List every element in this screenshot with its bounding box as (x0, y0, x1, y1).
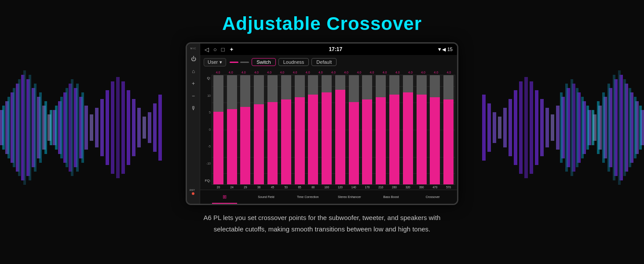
freq-val-11: 170 (361, 186, 374, 189)
bar-lower-15 (417, 95, 427, 184)
switch-indicator (230, 62, 249, 63)
square-icon[interactable]: □ (221, 46, 225, 53)
bar-lower-13 (389, 95, 399, 184)
bar-upper-16 (430, 75, 440, 97)
nav-item-timecorrection[interactable]: Time Correction (287, 190, 329, 204)
bar-8[interactable] (320, 75, 333, 184)
bar-11[interactable] (361, 75, 374, 184)
nav-item-soundfield[interactable]: Sound Field (245, 190, 287, 204)
q-value-9: 4.0 (327, 71, 340, 74)
preset-selector[interactable]: User ▾ (204, 58, 226, 66)
bar-upper-6 (295, 75, 305, 97)
preset-label: User (208, 59, 218, 65)
rst-label: RST (190, 189, 195, 191)
loudness-button[interactable]: Loudness (278, 58, 309, 66)
bar-upper-7 (308, 75, 318, 95)
q-value-2: 4.0 (237, 71, 250, 74)
q-value-11: 4.0 (353, 71, 366, 74)
q-value-16: 4.0 (417, 71, 430, 74)
side-panel: MIC ⏻ ⌂ + − 🎙 RST (187, 44, 200, 204)
mic-icon[interactable]: 🎙 (191, 105, 196, 111)
freq-val-3: 36 (252, 186, 266, 189)
bar-15[interactable] (415, 75, 428, 184)
home-icon[interactable]: ⌂ (192, 68, 195, 74)
bar-lower-14 (403, 92, 413, 184)
freq-val-6: 65 (293, 186, 307, 189)
freq-val-5: 53 (279, 186, 293, 189)
bar-10[interactable] (348, 75, 360, 184)
q-value-1: 4.0 (224, 71, 237, 74)
bar-12[interactable] (374, 75, 387, 184)
bar-lower-4 (267, 102, 278, 184)
bar-lower-12 (376, 97, 386, 184)
bar-lower-17 (443, 99, 454, 184)
default-button[interactable]: Default (311, 58, 337, 66)
nav-item-stereoenhancer[interactable]: Stereo Enhancer (329, 190, 370, 204)
bar-14[interactable] (402, 75, 414, 184)
device-frame: MIC ⏻ ⌂ + − 🎙 RST ◁ ○ □ ✦ (186, 42, 458, 205)
eq-main: 4.04.04.04.04.04.04.04.04.04.04.04.04.04… (212, 71, 455, 189)
bar-5[interactable] (280, 75, 293, 184)
q-value-8: 4.0 (314, 71, 327, 74)
bar-17[interactable] (442, 75, 455, 184)
q-value-0: 4.0 (212, 71, 224, 74)
crossover-label: Crossover (426, 195, 440, 198)
bar-13[interactable] (388, 75, 401, 184)
bar-upper-12 (376, 75, 386, 97)
bar-16[interactable] (429, 75, 442, 184)
freq-val-2: 29 (239, 186, 252, 189)
stereoenhancer-label: Stereo Enhancer (338, 195, 361, 198)
bar-lower-0 (213, 112, 223, 184)
freq-val-14: 320 (401, 186, 415, 189)
q-value-3: 4.0 (250, 71, 263, 74)
bar-upper-15 (417, 75, 427, 95)
eq-area: Q: 10 5 0 -5 -10 FQ: 4.04.04.04.04.04.04… (200, 69, 457, 190)
bar-upper-1 (227, 75, 237, 109)
bar-3[interactable] (252, 75, 265, 184)
signal-level: 15 (447, 47, 453, 52)
q-value-17: 4.0 (430, 71, 443, 74)
bar-upper-0 (213, 75, 223, 112)
minus-icon[interactable]: − (192, 93, 195, 99)
freq-val-1: 24 (225, 186, 239, 189)
dropdown-arrow: ▾ (220, 59, 222, 65)
status-time: 17:17 (329, 46, 342, 52)
bar-lower-9 (335, 90, 345, 184)
nav-item-crossover[interactable]: Crossover (412, 190, 454, 204)
nav-item-bassboost[interactable]: Bass Boost (370, 190, 412, 204)
q-value-15: 4.0 (404, 71, 417, 74)
bar-7[interactable] (307, 75, 319, 184)
bar-9[interactable] (334, 75, 347, 184)
timecorrection-label: Time Correction (297, 195, 319, 198)
rst-dot (192, 192, 194, 195)
bottom-nav: ⊞ Sound Field Time Correction Stereo Enh… (200, 190, 457, 204)
freq-val-13: 260 (388, 186, 401, 189)
bar-6[interactable] (293, 75, 306, 184)
circle-icon[interactable]: ○ (213, 46, 217, 53)
q-value-18: 4.0 (443, 71, 455, 74)
bar-lower-8 (322, 92, 332, 184)
bar-upper-9 (335, 75, 345, 90)
bar-upper-11 (362, 75, 372, 99)
soundfield-label: Sound Field (258, 195, 274, 198)
back-icon[interactable]: ◁ (205, 46, 209, 53)
power-icon[interactable]: ⏻ (191, 56, 196, 62)
bar-upper-10 (349, 75, 359, 102)
q-values-row: 4.04.04.04.04.04.04.04.04.04.04.04.04.04… (212, 71, 455, 74)
bar-upper-2 (240, 75, 250, 107)
bar-1[interactable] (226, 75, 238, 184)
bar-lower-16 (430, 97, 440, 184)
q-value-6: 4.0 (289, 71, 301, 74)
bar-0[interactable] (212, 75, 225, 184)
freq-values-row: 2024293645536580100120140170210260320390… (212, 186, 455, 189)
bar-2[interactable] (239, 75, 252, 184)
freq-val-0: 20 (212, 186, 225, 189)
switch-button[interactable]: Switch (252, 58, 275, 66)
indicator-pink (230, 62, 238, 63)
description-line2: selectable cutoffs, making smooth transi… (214, 225, 431, 233)
bar-4[interactable] (266, 75, 279, 184)
nav-item-eq[interactable]: ⊞ (204, 190, 245, 204)
plus-icon[interactable]: + (192, 81, 195, 87)
bar-upper-14 (403, 75, 413, 92)
brightness-icon[interactable]: ✦ (229, 46, 234, 53)
